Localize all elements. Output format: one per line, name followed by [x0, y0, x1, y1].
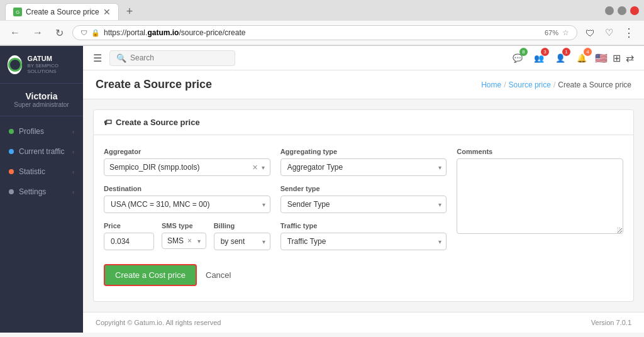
traffic-chevron-icon: ›	[72, 148, 74, 155]
aggregator-control[interactable]: Sempico_DIR (smpp.tools) × ▾	[104, 158, 270, 176]
sidebar-item-statistic-label: Statistic	[19, 167, 45, 176]
aggregator-chevron-icon: ▾	[262, 164, 265, 171]
billing-select-wrapper: by sent	[214, 233, 270, 250]
sidebar-nav: Profiles › Current traffic › Statistic ›	[0, 116, 83, 333]
new-tab-button[interactable]: +	[121, 3, 138, 21]
grid-icon[interactable]: ⊞	[613, 52, 621, 64]
url-path: /source-price/create	[179, 28, 245, 37]
traffic-type-group: Traffic type Traffic Type	[280, 222, 447, 250]
footer-version: Version 7.0.1	[591, 319, 631, 326]
search-icon: 🔍	[116, 53, 126, 63]
sidebar-item-profiles-left: Profiles	[9, 127, 44, 136]
sender-type-select[interactable]: Sender Type	[280, 196, 447, 213]
destination-select[interactable]: USA (MCC = 310, MNC = 00)	[104, 196, 270, 213]
breadcrumb: Home / Source price / Create a Source pr…	[481, 80, 631, 89]
url-domain: gatum.io	[147, 28, 179, 37]
sms-type-label: SMS type	[162, 222, 206, 229]
sidebar-item-current-traffic[interactable]: Current traffic ›	[0, 141, 83, 162]
sidebar-item-settings-label: Settings	[19, 187, 46, 196]
tab-label: Create a Source price	[26, 8, 99, 16]
sms-type-group: SMS type SMS × ▾	[162, 222, 206, 249]
create-cost-price-button[interactable]: Create a Cost price	[104, 264, 197, 286]
price-input[interactable]	[104, 233, 154, 250]
form-card-header: 🏷 Create a Source price	[94, 110, 633, 135]
active-tab[interactable]: G Create a Source price ✕	[5, 3, 119, 20]
secure-icon: 🔒	[91, 29, 100, 37]
form-card-body: Aggregator Sempico_DIR (smpp.tools) × ▾ …	[94, 135, 633, 301]
traffic-dot-icon	[9, 149, 14, 154]
price-label: Price	[104, 222, 154, 229]
extensions-button[interactable]: 🛡	[582, 26, 598, 40]
bell-badge: 4	[584, 48, 592, 56]
minimize-button[interactable]	[605, 6, 614, 15]
sidebar-user-role: Super administrator	[8, 101, 75, 108]
restore-button[interactable]	[618, 6, 626, 15]
tag-icon: 🏷	[104, 118, 112, 127]
favorites-button[interactable]: ♡	[602, 26, 616, 40]
aggregator-label: Aggregator	[104, 148, 270, 155]
form-col-1: Aggregator Sempico_DIR (smpp.tools) × ▾ …	[104, 148, 270, 259]
top-bar-icons: 💬 8 👥 3 👤 1 🔔 4 🇺🇸 ⊞ ⇄	[509, 50, 634, 66]
hamburger-icon[interactable]: ☰	[93, 52, 102, 64]
close-button[interactable]	[630, 6, 639, 15]
group-icon-badge[interactable]: 👥 3	[531, 50, 547, 66]
sidebar-item-profiles[interactable]: Profiles ›	[0, 121, 83, 141]
user-icon-badge[interactable]: 👤 1	[552, 50, 569, 66]
page-title: Create a Source price	[96, 78, 212, 91]
statistic-dot-icon	[9, 169, 14, 174]
footer: Copyright © Gatum.io. All rights reserve…	[83, 312, 644, 333]
comments-group: Comments ⣿	[457, 148, 623, 236]
forward-button[interactable]: →	[29, 26, 47, 40]
flag-icon: 🇺🇸	[595, 52, 608, 64]
breadcrumb-section[interactable]: Source price	[509, 80, 551, 89]
cancel-button[interactable]: Cancel	[203, 265, 233, 285]
breadcrumb-home[interactable]: Home	[481, 80, 501, 89]
logo-name: GATUM	[27, 55, 75, 63]
breadcrumb-sep-2: /	[553, 80, 555, 89]
aggregator-value: Sempico_DIR (smpp.tools)	[109, 159, 248, 175]
sms-type-control[interactable]: SMS × ▾	[162, 233, 206, 249]
sidebar-item-profiles-label: Profiles	[19, 127, 44, 136]
form-card: 🏷 Create a Source price Aggregator Sempi…	[93, 109, 634, 302]
search-input[interactable]	[130, 53, 228, 62]
sidebar-item-traffic-label: Current traffic	[19, 147, 64, 156]
url-prefix: https://portal.	[104, 28, 147, 37]
menu-button[interactable]: ⋮	[620, 25, 638, 41]
search-box[interactable]: 🔍	[109, 50, 235, 66]
sidebar-item-statistic[interactable]: Statistic ›	[0, 162, 83, 182]
browser-actions: 🛡 ♡ ⋮	[582, 25, 638, 41]
bell-icon-badge[interactable]: 🔔 4	[574, 50, 590, 66]
sms-type-value: SMS	[167, 236, 184, 245]
sidebar-item-settings[interactable]: Settings ›	[0, 182, 83, 202]
traffic-type-select[interactable]: Traffic Type	[280, 233, 447, 250]
address-bar[interactable]: 🛡 🔒 https://portal.gatum.io/source-price…	[72, 25, 577, 40]
destination-label: Destination	[104, 185, 270, 192]
logo-subtitle: BY SEMPICO SOLUTIONS	[27, 63, 75, 74]
back-button[interactable]: ←	[6, 26, 24, 40]
page-header: Create a Source price Home / Source pric…	[83, 70, 644, 99]
aggregator-clear-button[interactable]: ×	[251, 162, 258, 172]
aggregating-type-select[interactable]: Aggregator Type	[280, 158, 447, 176]
billing-select[interactable]: by sent	[214, 233, 270, 250]
logo-icon	[8, 55, 22, 74]
resize-handle-icon: ⣿	[616, 226, 621, 233]
sidebar-user: Victoria Super administrator	[0, 84, 83, 116]
sms-type-clear-icon[interactable]: ×	[187, 236, 192, 245]
url-display: https://portal.gatum.io/source-price/cre…	[104, 28, 541, 37]
footer-copyright: Copyright © Gatum.io. All rights reserve…	[96, 319, 221, 326]
form-card-title: Create a Source price	[116, 118, 200, 127]
tab-favicon: G	[13, 8, 22, 16]
profiles-dot-icon	[9, 129, 14, 134]
star-icon[interactable]: ☆	[562, 28, 569, 37]
form-actions: Create a Cost price Cancel	[104, 259, 623, 289]
comments-textarea[interactable]	[457, 158, 623, 234]
price-sms-billing-row: Price SMS type SMS × ▾	[104, 222, 270, 259]
settings-chevron-icon: ›	[72, 189, 74, 196]
reload-button[interactable]: ↻	[52, 26, 67, 40]
traffic-type-select-wrapper: Traffic Type	[280, 233, 447, 250]
aggregating-type-group: Aggregating type Aggregator Type	[280, 148, 447, 176]
more-icon[interactable]: ⇄	[626, 52, 634, 64]
form-col-3: Comments ⣿	[457, 148, 623, 259]
chat-icon-badge[interactable]: 💬 8	[509, 50, 526, 66]
tab-close-button[interactable]: ✕	[103, 7, 111, 17]
